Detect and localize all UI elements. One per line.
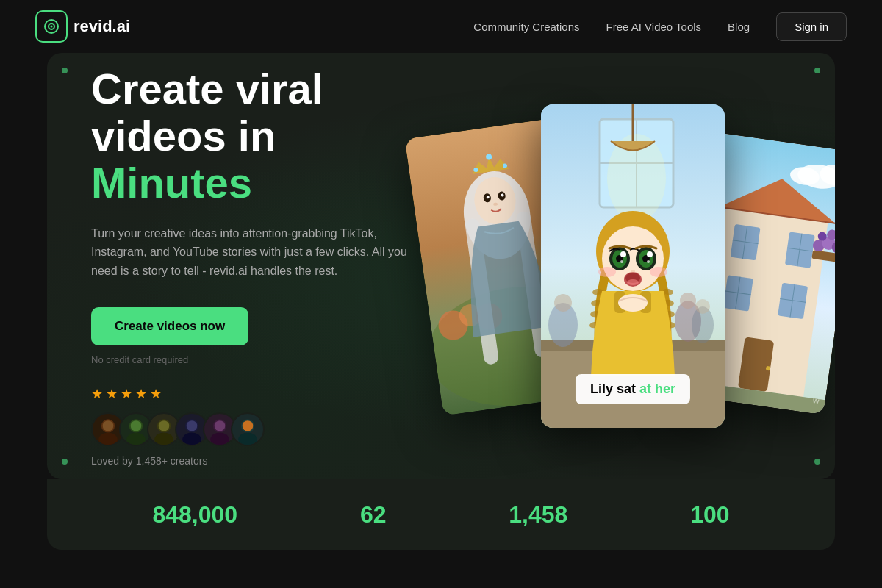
svg-point-53 [680,293,696,309]
svg-point-84 [618,294,648,312]
star-2: ★ [106,386,118,402]
svg-point-4 [98,432,118,445]
svg-point-81 [631,270,635,273]
sign-in-button[interactable]: Sign in [776,12,847,41]
svg-point-11 [159,420,170,431]
hero-title-accent: Minutes [91,159,252,207]
svg-point-14 [187,420,198,431]
svg-point-20 [243,420,254,431]
svg-point-2 [51,26,53,28]
hero-title-line2: videos in [91,112,276,159]
stat-1: 848,000 [152,501,237,528]
svg-point-5 [103,420,114,431]
star-rating: ★ ★ ★ ★ ★ [91,386,415,402]
subtitle-text: Lily sat [590,381,639,396]
cta-button[interactable]: Create videos now [91,307,248,345]
video-card-center: Lily sat at her [541,104,725,428]
svg-point-79 [598,267,616,277]
svg-point-51 [554,294,572,312]
stat-4: 100 [690,501,729,528]
nav-blog[interactable]: Blog [728,21,750,33]
hero-section: Create viral videos in Minutes Turn your… [47,53,835,479]
svg-point-74 [620,260,623,263]
no-credit-text: No credit card required [91,354,415,365]
svg-point-73 [647,251,653,257]
logo[interactable]: revid.ai [35,10,130,43]
svg-point-17 [215,420,226,431]
hero-title: Create viral videos in Minutes [91,65,415,206]
loved-text: Loved by 1,458+ creators [91,455,415,467]
svg-point-19 [238,432,257,445]
svg-point-78 [627,279,639,285]
video-cards-area: Lily sat at her [394,82,835,450]
in-a-label: w [812,395,820,405]
svg-point-7 [126,432,146,445]
stat-number-3: 1,458 [509,501,567,528]
star-4: ★ [135,386,147,402]
subtitle-bar: Lily sat at her [576,374,690,404]
svg-point-10 [154,432,173,445]
corner-dot-tr [814,68,820,74]
nav-community[interactable]: Community Creations [473,21,579,33]
corner-dot-br [814,459,820,465]
star-5: ★ [150,386,162,402]
stats-section: 848,000 62 1,458 100 [47,479,835,550]
stat-number-4: 100 [690,501,729,528]
stat-2: 62 [360,501,387,528]
svg-point-55 [695,299,710,314]
stat-number-2: 62 [360,501,387,528]
nav-tools[interactable]: Free AI Video Tools [606,21,702,33]
star-3: ★ [121,386,132,402]
stat-number-1: 848,000 [152,501,237,528]
hero-content: Create viral videos in Minutes Turn your… [47,65,459,466]
logo-icon [35,10,68,43]
creator-avatars [91,412,415,446]
navbar: revid.ai Community Creations Free AI Vid… [0,0,882,53]
subtitle-highlight: at her [639,381,675,396]
svg-point-72 [620,251,626,257]
logo-text: revid.ai [74,17,130,36]
svg-point-80 [650,267,667,277]
nav-links: Community Creations Free AI Video Tools … [473,12,847,41]
hero-description: Turn your creative ideas into attention-… [91,224,415,281]
svg-point-16 [210,432,229,445]
svg-point-8 [131,420,142,431]
svg-point-75 [647,260,650,263]
stat-3: 1,458 [509,501,567,528]
svg-point-13 [182,432,201,445]
avatar-6 [231,412,265,446]
star-1: ★ [91,386,103,402]
hero-title-line1: Create viral [91,65,323,112]
